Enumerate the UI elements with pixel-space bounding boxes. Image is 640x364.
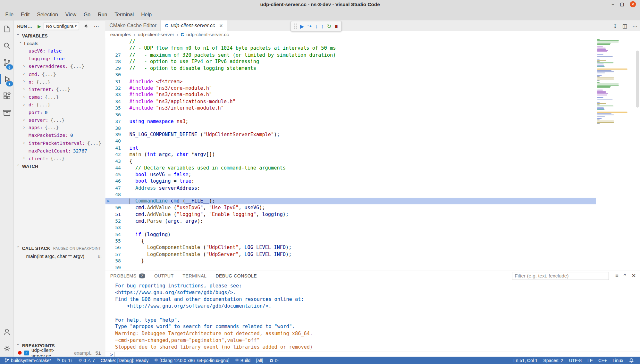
cmake-build-button[interactable]: ⚙ Build: [232, 357, 253, 364]
account-icon[interactable]: [0, 323, 14, 340]
breadcrumb-file[interactable]: udp-client-server.cc: [186, 32, 229, 37]
sync-changes-item[interactable]: ↻ 0↓ 1↑: [54, 357, 76, 364]
code-line[interactable]: 37 #include "ns3/internet-module.h": [105, 105, 596, 112]
variable-row[interactable]: › interPacketInterval: {...}: [14, 139, 105, 147]
code-line[interactable]: 39 using namespace ns3;: [105, 118, 596, 125]
encoding-item[interactable]: UTF-8: [566, 357, 585, 364]
code-line[interactable]: 40: [105, 125, 596, 131]
problems-item[interactable]: ⊘ 0 △ 7: [76, 357, 98, 364]
menu-item[interactable]: Terminal: [111, 10, 138, 19]
variable-row[interactable]: › server: {...}: [14, 116, 105, 124]
search-icon[interactable]: [0, 37, 14, 54]
more-actions-icon[interactable]: ⋯: [94, 23, 99, 29]
code-line[interactable]: 35 #include "ns3/csma-module.h": [105, 91, 596, 98]
open-changes-icon[interactable]: ↧: [613, 23, 618, 29]
tab-cmake-cache-editor[interactable]: CMake Cache Editor: [105, 21, 161, 31]
watch-section-header[interactable]: › WATCH: [14, 162, 105, 170]
code-line[interactable]: 46 // Declare variables used in command-…: [105, 164, 596, 171]
package-icon[interactable]: [0, 104, 14, 120]
tab-udp-client-server[interactable]: C udp-client-server.cc ✕: [161, 21, 227, 31]
variable-row[interactable]: › logging: true: [14, 55, 105, 62]
console-filter-input[interactable]: [512, 272, 609, 280]
code-line[interactable]: 31 // - option to disable logging statem…: [105, 65, 596, 72]
breadcrumb-folder[interactable]: udp-client-server: [138, 32, 174, 37]
tab-output[interactable]: OUTPUT: [154, 271, 174, 281]
code-line[interactable]: 43 int: [105, 145, 596, 151]
breadcrumb-folder[interactable]: examples: [110, 32, 131, 37]
code-line[interactable]: 47 bool useV6 = false;: [105, 171, 596, 178]
breakpoint-row[interactable]: ✓ udp-client-server.cc exampl... 51: [14, 349, 105, 357]
close-panel-icon[interactable]: ✕: [631, 273, 636, 279]
maximize-panel-icon[interactable]: ^: [624, 273, 626, 279]
variable-row[interactable]: › internet: {...}: [14, 86, 105, 93]
tab-problems[interactable]: PROBLEMS 7: [110, 271, 145, 281]
code-line[interactable]: 56 if (logging): [105, 231, 596, 238]
code-line[interactable]: 34 #include "ns3/core-module.h": [105, 85, 596, 92]
variable-row[interactable]: › d: {...}: [14, 101, 105, 109]
debug-launch-item[interactable]: ▷: [266, 357, 281, 364]
continue-button[interactable]: ▶: [300, 23, 304, 29]
code-line[interactable]: 48 bool logging = true;: [105, 178, 596, 185]
breakpoint-checkbox[interactable]: ✓: [24, 350, 29, 355]
variables-section-header[interactable]: › VARIABLES: [14, 32, 105, 40]
language-mode-item[interactable]: C++: [595, 357, 610, 364]
variable-row[interactable]: › MaxPacketSize: 0: [14, 132, 105, 139]
cmake-target-item[interactable]: [all]: [253, 357, 266, 364]
code-line[interactable]: 57 {: [105, 238, 596, 244]
clear-console-icon[interactable]: ≡: [615, 273, 619, 279]
extensions-icon[interactable]: [0, 87, 14, 104]
debug-configuration-dropdown[interactable]: No Configura ▾: [44, 22, 79, 30]
minimap[interactable]: [596, 38, 629, 127]
code-line[interactable]: 59 LogComponentEnable ("UdpServer", LOG_…: [105, 251, 596, 258]
variable-row[interactable]: › cmd: {...}: [14, 70, 105, 78]
minimize-button[interactable]: –: [612, 2, 614, 7]
code-line[interactable]: 33 #include <fstream>: [105, 78, 596, 85]
indentation-item[interactable]: Spaces: 2: [540, 357, 566, 364]
split-editor-icon[interactable]: ◫: [622, 23, 627, 29]
step-out-button[interactable]: ↑: [321, 23, 324, 29]
variable-row[interactable]: › client: {...}: [14, 154, 105, 162]
variable-row[interactable]: › apps: {...}: [14, 124, 105, 132]
cursor-position-item[interactable]: Ln 51, Col 1: [510, 357, 540, 364]
code-line[interactable]: 27 //: [105, 38, 596, 45]
variable-row[interactable]: › serverAddress: {...}: [14, 62, 105, 70]
code-line[interactable]: 51 CommandLine cmd (__FILE__);: [105, 198, 596, 204]
drag-handle-icon[interactable]: [294, 24, 297, 29]
call-stack-section-header[interactable]: › CALL STACK PAUSED ON BREAKPOINT: [14, 244, 105, 252]
menu-item[interactable]: Go: [80, 10, 94, 19]
code-line[interactable]: 50: [105, 191, 596, 198]
settings-gear-icon[interactable]: [0, 340, 14, 357]
code-line[interactable]: 28 // - UDP flow from n0 to n1 of 1024 b…: [105, 45, 596, 52]
menu-item[interactable]: Run: [94, 10, 111, 19]
code-line[interactable]: 60 }: [105, 258, 596, 264]
debug-settings-gear-icon[interactable]: [83, 23, 89, 29]
restart-button[interactable]: ↻: [327, 23, 332, 29]
cmake-kit-item[interactable]: ⚙ [Clang 12.0.0 x86_64-pc-linux-gnu]: [151, 357, 232, 364]
code-line[interactable]: 54 cmd.Parse (argc, argv);: [105, 218, 596, 224]
code-line[interactable]: 30 // - option to use IPv4 or IPv6 addre…: [105, 58, 596, 65]
menu-item[interactable]: Help: [138, 10, 156, 19]
variables-scope-locals[interactable]: › Locals: [14, 39, 105, 47]
code-line[interactable]: 42: [105, 138, 596, 145]
code-line[interactable]: 55: [105, 224, 596, 231]
menu-item[interactable]: File: [2, 10, 17, 19]
variable-row[interactable]: › useV6: false: [14, 47, 105, 55]
code-line[interactable]: 36 #include "ns3/applications-module.h": [105, 98, 596, 105]
tab-terminal[interactable]: TERMINAL: [183, 271, 207, 281]
stop-button[interactable]: ■: [335, 23, 338, 29]
step-over-button[interactable]: ↷: [307, 23, 312, 29]
code-line[interactable]: 45 {: [105, 158, 596, 165]
stack-frame-row[interactable]: main(int argc, char ** argv) u.: [14, 252, 105, 260]
code-line[interactable]: 41 NS_LOG_COMPONENT_DEFINE ("UdpClientSe…: [105, 131, 596, 138]
code-line[interactable]: 32: [105, 71, 596, 78]
code-editor[interactable]: 27 // 28 // - UDP flow from n0 to n1 of …: [105, 38, 596, 270]
code-line[interactable]: 49 Address serverAddress;: [105, 185, 596, 191]
more-actions-icon[interactable]: ⋯: [632, 23, 638, 29]
variable-row[interactable]: › csma: {...}: [14, 93, 105, 101]
run-and-debug-icon[interactable]: 1: [0, 70, 14, 87]
source-control-icon[interactable]: 6: [0, 54, 14, 70]
maximize-button[interactable]: ▢: [620, 2, 624, 7]
close-button[interactable]: ✕: [630, 1, 636, 7]
menu-item[interactable]: View: [62, 10, 80, 19]
debug-console-output[interactable]: For bug reporting instructions, please s…: [115, 283, 632, 351]
